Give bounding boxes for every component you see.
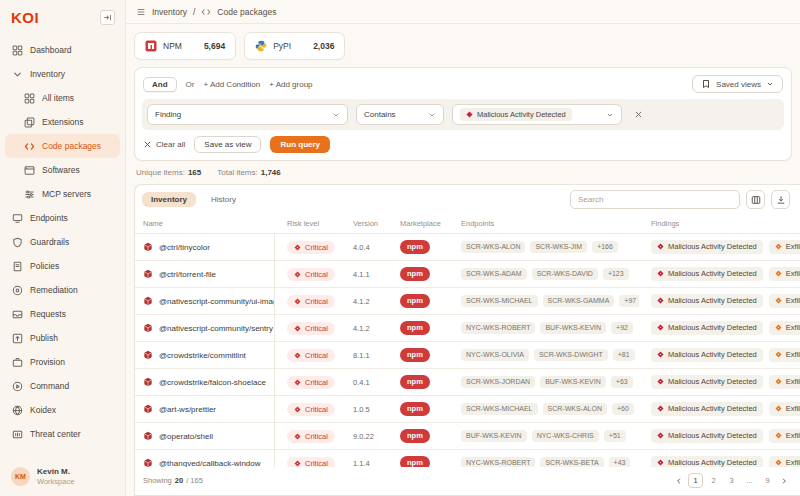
endpoints-more-chip[interactable]: +166 (592, 241, 618, 253)
columns-toggle-button[interactable] (746, 190, 765, 209)
table-row[interactable]: @ctrl/tinycolorCritical4.0.4npmSCR-WKS-A… (135, 234, 800, 261)
breadcrumb-root[interactable]: Inventory (152, 7, 187, 17)
endpoint-chip[interactable]: BUF-WKS-KEVIN (540, 322, 606, 334)
sidebar-item-provision[interactable]: Provision (0, 350, 125, 374)
column-header-endpoints[interactable]: Endpoints (449, 219, 639, 228)
endpoints-more-chip[interactable]: +63 (611, 376, 633, 388)
export-button[interactable] (771, 190, 790, 209)
page-button-9[interactable]: 9 (760, 473, 775, 488)
endpoints-more-chip[interactable]: +81 (613, 349, 635, 361)
endpoint-chip[interactable]: SCR-WKS-ALON (461, 241, 525, 253)
sidebar-item-mcp-servers[interactable]: MCP servers (0, 182, 125, 206)
workspace-switcher[interactable]: KM Kevin M. Workspace (0, 459, 125, 488)
remove-condition-button[interactable] (630, 107, 646, 123)
finding-chip-malicious-activity-detected[interactable]: Malicious Activity Detected (651, 456, 763, 467)
sidebar-item-dashboard[interactable]: Dashboard (0, 38, 125, 62)
column-header-version[interactable]: Version (341, 219, 388, 228)
search-input[interactable] (570, 190, 740, 209)
sidebar-item-endpoints[interactable]: Endpoints (0, 206, 125, 230)
endpoint-chip[interactable]: NYC-WKS-ROBERT (461, 322, 535, 334)
endpoint-chip[interactable]: SCR-WKS-ALON (543, 403, 607, 415)
page-button-2[interactable]: 2 (706, 473, 721, 488)
column-header-risk[interactable]: Risk level (275, 219, 341, 228)
endpoint-chip[interactable]: SCR-WKS-MICHAEL (461, 403, 538, 415)
value-select[interactable]: Malicious Activity Detected (452, 104, 622, 125)
page-button-3[interactable]: 3 (724, 473, 739, 488)
endpoint-chip[interactable]: SCR-WKS-DAVID (532, 268, 598, 280)
finding-chip-malicious-activity-detected[interactable]: Malicious Activity Detected (651, 294, 763, 308)
finding-chip-malicious-activity-detected[interactable]: Malicious Activity Detected (651, 402, 763, 416)
prev-page-button[interactable] (673, 477, 685, 485)
column-header-name[interactable]: Name (135, 219, 275, 228)
endpoints-more-chip[interactable]: +60 (612, 403, 634, 415)
sidebar-item-remediation[interactable]: Remediation (0, 278, 125, 302)
add-group-link[interactable]: + Add group (269, 80, 312, 89)
sidebar-item-koidex[interactable]: Koidex (0, 398, 125, 422)
save-as-view-button[interactable]: Save as view (194, 136, 261, 153)
sidebar-item-policies[interactable]: Policies (0, 254, 125, 278)
endpoints-more-chip[interactable]: +92 (611, 322, 633, 334)
endpoint-chip[interactable]: NYC-WKS-ROBERT (461, 457, 535, 467)
endpoint-chip[interactable]: SCR-WKS-GAMMA (543, 295, 615, 307)
run-query-button[interactable]: Run query (270, 136, 330, 153)
sidebar-item-command[interactable]: Command (0, 374, 125, 398)
logic-and-button[interactable]: And (143, 77, 177, 92)
endpoints-more-chip[interactable]: +51 (604, 430, 626, 442)
npm-summary-card[interactable]: NPM 5,694 (134, 32, 236, 60)
column-header-findings[interactable]: Findings (639, 219, 800, 228)
table-row[interactable]: @ctrl/torrent-fileCritical4.1.1npmSCR-WK… (135, 261, 800, 288)
sidebar-item-threat-center[interactable]: Threat center (0, 422, 125, 446)
finding-chip-malicious-activity-detected[interactable]: Malicious Activity Detected (651, 429, 763, 443)
column-header-marketplace[interactable]: Marketplace (388, 219, 449, 228)
sidebar-item-requests[interactable]: Requests (0, 302, 125, 326)
tab-history[interactable]: History (202, 192, 245, 207)
finding-chip-exfils-clo[interactable]: Exfils Clo (769, 294, 800, 308)
table-row[interactable]: @thangved/callback-windowCritical1.1.4np… (135, 450, 800, 467)
sidebar-item-code-packages[interactable]: Code packages (5, 134, 120, 158)
operator-select[interactable]: Contains (356, 104, 444, 125)
sidebar-item-publish[interactable]: Publish (0, 326, 125, 350)
finding-chip-exfils-clo[interactable]: Exfils Clo (769, 456, 800, 467)
logic-or-button[interactable]: Or (186, 80, 195, 89)
finding-chip-malicious-activity-detected[interactable]: Malicious Activity Detected (651, 375, 763, 389)
endpoint-chip[interactable]: SCR-WKS-JORDAN (461, 376, 535, 388)
endpoints-more-chip[interactable]: +43 (609, 457, 631, 467)
finding-chip-malicious-activity-detected[interactable]: Malicious Activity Detected (651, 348, 763, 362)
endpoint-chip[interactable]: BUF-WKS-KEVIN (461, 430, 527, 442)
finding-chip-malicious-activity-detected[interactable]: Malicious Activity Detected (651, 321, 763, 335)
next-page-button[interactable] (778, 477, 790, 485)
field-select[interactable]: Finding (147, 104, 348, 125)
finding-chip-exfils-clo[interactable]: Exfils Clo (769, 267, 800, 281)
sidebar-collapse-button[interactable] (100, 10, 115, 25)
sidebar-item-all-items[interactable]: All items (0, 86, 125, 110)
endpoint-chip[interactable]: NYC-WKS-OLIVIA (461, 349, 529, 361)
sidebar-item-extensions[interactable]: Extensions (0, 110, 125, 134)
sidebar-item-guardrails[interactable]: Guardrails (0, 230, 125, 254)
pypi-summary-card[interactable]: PyPI 2,036 (244, 32, 345, 60)
table-row[interactable]: @art-ws/prettierCritical1.0.5npmSCR-WKS-… (135, 396, 800, 423)
sidebar-item-inventory[interactable]: Inventory (0, 62, 125, 86)
table-row[interactable]: @crowdstrike/commitlintCritical8.1.1npmN… (135, 342, 800, 369)
endpoint-chip[interactable]: BUF-WKS-KEVIN (540, 376, 606, 388)
tab-inventory[interactable]: Inventory (142, 192, 196, 207)
endpoint-chip[interactable]: SCR-WKS-MICHAEL (461, 295, 538, 307)
finding-chip-exfils-clo[interactable]: Exfils Clo (769, 375, 800, 389)
add-condition-link[interactable]: + Add Condition (203, 80, 260, 89)
finding-chip-exfils-clo[interactable]: Exfils Clo (769, 348, 800, 362)
table-row[interactable]: @nativescript-community/ui-imageCritical… (135, 288, 800, 315)
table-row[interactable]: @operato/shellCritical9.0.22npmBUF-WKS-K… (135, 423, 800, 450)
saved-views-button[interactable]: Saved views (692, 75, 783, 93)
finding-chip-exfils-clo[interactable]: Exfils Clo (769, 321, 800, 335)
endpoint-chip[interactable]: SCR-WKS-JIM (530, 241, 587, 253)
endpoint-chip[interactable]: SCR-WKS-BETA (540, 457, 603, 467)
endpoints-more-chip[interactable]: +123 (603, 268, 629, 280)
finding-chip-malicious-activity-detected[interactable]: Malicious Activity Detected (651, 267, 763, 281)
table-row[interactable]: @nativescript-community/sentryCritical4.… (135, 315, 800, 342)
finding-chip-exfils-clo[interactable]: Exfils Clo (769, 402, 800, 416)
endpoint-chip[interactable]: SCR-WKS-DWIGHT (534, 349, 608, 361)
sidebar-item-softwares[interactable]: Softwares (0, 158, 125, 182)
table-row[interactable]: @crowdstrike/falcon-shoelaceCritical0.4.… (135, 369, 800, 396)
finding-chip-exfils-clo[interactable]: Exfils Clo (769, 429, 800, 443)
finding-chip-exfils-clo[interactable]: Exfils Clo (769, 240, 800, 254)
endpoint-chip[interactable]: SCR-WKS-ADAM (461, 268, 527, 280)
